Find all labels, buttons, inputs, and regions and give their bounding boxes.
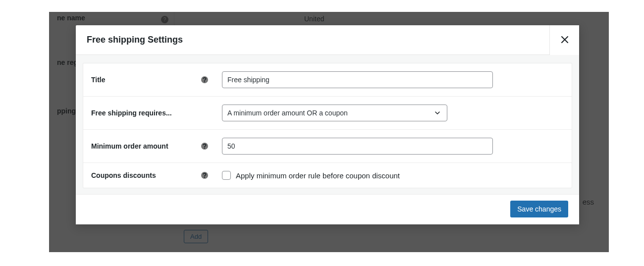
minimum-input[interactable] xyxy=(222,138,493,155)
row-minimum: Minimum order amount ? xyxy=(83,130,572,163)
requires-select[interactable]: A minimum order amount OR a coupon xyxy=(222,105,447,121)
row-minimum-label: Minimum order amount ? xyxy=(91,142,214,150)
settings-table: Title ? Free shipping requires... A mini… xyxy=(83,63,572,188)
modal-header: Free shipping Settings xyxy=(76,25,579,55)
row-requires-field: A minimum order amount OR a coupon xyxy=(214,105,447,121)
title-label-text: Title xyxy=(91,76,106,84)
row-minimum-field xyxy=(214,138,493,155)
row-coupons: Coupons discounts ? Apply minimum order … xyxy=(83,163,572,188)
row-title: Title ? xyxy=(83,63,572,97)
row-requires: Free shipping requires... A minimum orde… xyxy=(83,97,572,130)
coupons-checkbox-label: Apply minimum order rule before coupon d… xyxy=(236,171,400,180)
requires-select-text: A minimum order amount OR a coupon xyxy=(227,109,348,117)
free-shipping-settings-modal: Free shipping Settings Title ? Free ship… xyxy=(76,25,579,224)
modal-title: Free shipping Settings xyxy=(76,35,183,45)
help-icon[interactable]: ? xyxy=(201,143,208,150)
title-input[interactable] xyxy=(222,71,493,88)
save-button[interactable]: Save changes xyxy=(510,201,568,217)
close-icon xyxy=(561,34,568,46)
modal-footer: Save changes xyxy=(76,194,579,224)
coupons-label-text: Coupons discounts xyxy=(91,171,156,179)
row-requires-label: Free shipping requires... xyxy=(91,109,214,117)
coupons-checkbox[interactable] xyxy=(222,171,231,180)
close-button[interactable] xyxy=(549,25,579,55)
row-title-field xyxy=(214,71,493,88)
help-icon[interactable]: ? xyxy=(201,172,208,179)
row-coupons-field: Apply minimum order rule before coupon d… xyxy=(214,171,400,180)
minimum-label-text: Minimum order amount xyxy=(91,142,168,150)
modal-body: Title ? Free shipping requires... A mini… xyxy=(76,55,579,194)
chevron-down-icon xyxy=(434,109,441,116)
help-icon[interactable]: ? xyxy=(201,76,208,83)
row-title-label: Title ? xyxy=(91,76,214,84)
requires-label-text: Free shipping requires... xyxy=(91,109,172,117)
row-coupons-label: Coupons discounts ? xyxy=(91,171,214,179)
